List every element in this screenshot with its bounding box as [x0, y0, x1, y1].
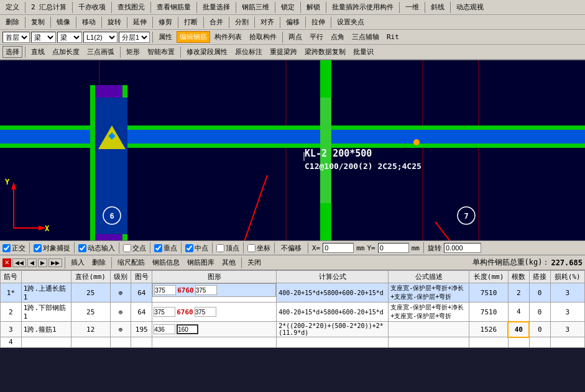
cell-shape[interactable]	[152, 322, 277, 337]
btn-comp-list[interactable]: 构件列表	[211, 31, 245, 43]
btn-unlock[interactable]: 解锁	[303, 1, 323, 13]
beam-select1[interactable]: 梁	[31, 32, 56, 43]
btn-setgrip[interactable]: 设置夹点	[334, 16, 367, 28]
btn-lock[interactable]: 锁定	[278, 1, 298, 13]
intersect-checkbox[interactable]	[123, 244, 131, 252]
shape-mid-input3[interactable]	[177, 324, 198, 334]
btn-find[interactable]: 查找图元	[114, 1, 148, 13]
btn-3d[interactable]: 钢筋三维	[239, 1, 272, 13]
btn-items[interactable]: 千亦收项	[75, 1, 109, 13]
vertex-toggle[interactable]: 顶点	[216, 244, 239, 253]
btn-slant[interactable]: 斜线	[428, 1, 448, 13]
capture-toggle[interactable]: 对象捕捉	[34, 244, 70, 253]
btn-calc[interactable]: 2 汇总计算	[28, 1, 70, 13]
btn-merge[interactable]: 合并	[206, 16, 226, 28]
ortho-toggle[interactable]: 正交	[2, 244, 25, 253]
btn-copy[interactable]: 复制	[28, 16, 48, 28]
x-input[interactable]	[323, 243, 354, 253]
btn-rebar-info[interactable]: 钢筋信息	[149, 257, 183, 268]
btn-trim[interactable]: 修剪	[155, 16, 175, 28]
nav-next[interactable]: ▶	[38, 258, 47, 267]
btn-batch-id[interactable]: 批量识	[350, 46, 377, 58]
cell-shape[interactable]: 6760	[152, 283, 276, 297]
shape-right-input2[interactable]	[195, 307, 216, 317]
midpt-checkbox[interactable]	[185, 244, 193, 252]
btn-other[interactable]: 其他	[219, 257, 239, 268]
btn-dynamic-view[interactable]: 动态观视	[453, 1, 487, 13]
nav-last[interactable]: ▶▶	[48, 258, 62, 267]
btn-rect[interactable]: 矩形	[123, 46, 143, 58]
table-row[interactable]: 4	[1, 337, 585, 348]
btn-two-pt[interactable]: 两点	[285, 31, 305, 43]
btn-scale-rebar[interactable]: 缩尺配筋	[114, 257, 148, 268]
btn-select[interactable]: 选择	[2, 46, 22, 58]
btn-qty[interactable]: 查看钢筋量	[154, 1, 194, 13]
rotate-input[interactable]	[444, 243, 481, 253]
table-row[interactable]: 2 1跨.下部钢筋1 25 ⊕ 64 6760 400-20+15*d+5800…	[1, 303, 585, 322]
btn-rotate[interactable]: 旋转	[104, 16, 124, 28]
btn-move[interactable]: 移动	[79, 16, 99, 28]
btn-delete-row[interactable]: 删除	[89, 257, 109, 268]
beam-select2[interactable]: 梁	[57, 32, 82, 43]
dynamic-checkbox[interactable]	[78, 244, 86, 252]
nav-first[interactable]: ◀◀	[12, 258, 26, 267]
perpend-toggle[interactable]: 垂点	[154, 244, 177, 253]
shape-right-input[interactable]	[195, 285, 217, 295]
btn-batch-insert[interactable]: 批量插跨示使用构件	[329, 1, 397, 13]
btn-parallel[interactable]: 平行	[306, 31, 326, 43]
vertex-checkbox[interactable]	[216, 244, 224, 252]
dynamic-toggle[interactable]: 动态输入	[78, 244, 115, 253]
btn-offset[interactable]: 偏移	[283, 16, 303, 28]
cell-diam[interactable]: 25	[71, 283, 110, 303]
capture-checkbox[interactable]	[34, 244, 42, 252]
btn-align[interactable]: 对齐	[257, 16, 277, 28]
btn-smart-place[interactable]: 智能布置	[144, 46, 178, 58]
y-input[interactable]	[378, 243, 409, 253]
nav-prev[interactable]: ◀	[27, 258, 37, 267]
btn-mirror[interactable]: 镜像	[53, 16, 73, 28]
li2-select[interactable]: L1(2)	[83, 32, 117, 43]
btn-three-aux[interactable]: 三点辅轴	[349, 31, 382, 43]
cell-count[interactable]: 40	[508, 322, 529, 337]
layer-select[interactable]: 首层	[2, 32, 30, 43]
btn-break[interactable]: 打断	[181, 16, 201, 28]
btn-insert-row[interactable]: 插入	[68, 257, 88, 268]
perpend-checkbox[interactable]	[154, 244, 162, 252]
canvas-area[interactable]: 6 7 KL-2 200*500 C12@100/200(2) 2C25;4C2…	[0, 60, 585, 240]
btn-define[interactable]: 定义	[2, 1, 22, 13]
btn-attr[interactable]: 属性	[155, 31, 175, 43]
btn-line[interactable]: 直线	[28, 46, 48, 58]
btn-stretch[interactable]: 拉伸	[308, 16, 328, 28]
coord-checkbox[interactable]	[247, 244, 256, 252]
btn-close[interactable]: 关闭	[244, 257, 264, 268]
midpt-toggle[interactable]: 中点	[185, 244, 208, 253]
btn-copy-span[interactable]: 梁跨数据复制	[302, 46, 349, 58]
btn-mod-beam-seg[interactable]: 修改梁段属性	[183, 46, 231, 58]
btn-repick-span[interactable]: 重提梁跨	[267, 46, 300, 58]
coord-toggle[interactable]: 坐标	[247, 244, 270, 253]
btn-angle[interactable]: 点角	[328, 31, 348, 43]
btn-rit[interactable]: Rit	[384, 32, 402, 42]
btn-delete[interactable]: 删除	[2, 16, 22, 28]
table-row[interactable]: 1* 1跨.上通长筋1 25 ⊕ 64 6760 400-20+15*d+580…	[1, 283, 585, 303]
btn-split[interactable]: 分割	[232, 16, 252, 28]
btn-1d[interactable]: 一维	[402, 1, 422, 13]
shape-left-input3[interactable]	[154, 324, 175, 334]
btn-orig-mark[interactable]: 原位标注	[232, 46, 265, 58]
btn-pick-comp[interactable]: 拾取构件	[246, 31, 280, 43]
layer2-select[interactable]: 分层1	[119, 32, 150, 43]
shape-left-input[interactable]	[154, 285, 176, 295]
btn-pt-length[interactable]: 点加长度	[49, 46, 83, 58]
intersect-toggle[interactable]: 交点	[123, 244, 146, 253]
btn-rebar-lib[interactable]: 钢筋图库	[184, 257, 218, 268]
shape-left-input2[interactable]	[154, 307, 175, 317]
btn-arc[interactable]: 三点画弧	[84, 46, 117, 58]
cell-shape[interactable]: 6760	[152, 303, 277, 322]
table-row[interactable]: 3 1跨.箍筋1 12 ⊕ 195 2*((200-2*20)+(500-2*2…	[1, 322, 585, 337]
sep-r2-12	[305, 17, 306, 28]
btn-edit-rebar[interactable]: 编辑钢筋	[177, 31, 210, 43]
ortho-checkbox[interactable]	[2, 244, 11, 252]
btn-extend[interactable]: 延伸	[130, 16, 150, 28]
btn-batch-sel[interactable]: 批量选择	[200, 1, 233, 13]
close-x-button[interactable]: ✕	[2, 258, 11, 267]
